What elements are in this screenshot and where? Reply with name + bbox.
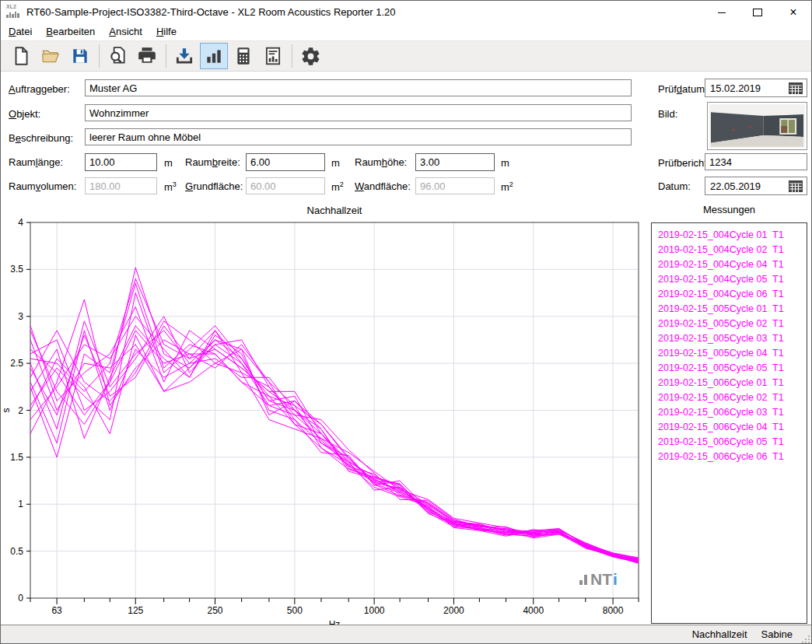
y-tick-label: 2 [18,405,23,416]
datum-calendar-button[interactable] [785,177,807,194]
auftraggeber-input[interactable] [85,79,632,96]
measurements-title: Messungen [651,204,807,215]
rt60-chart: 00.511.522.533.5463125250500100020004000… [1,203,651,628]
auftraggeber-label: Auftraggeber: [9,83,70,95]
raumbreite-label: Raumbreite: [185,156,240,168]
measurement-list-item[interactable]: 2019-02-15_005Cycle 04 T1 [652,345,807,360]
import-measurements-button[interactable] [170,43,198,69]
datum-label: Datum: [658,180,691,192]
measurement-list-item[interactable]: 2019-02-15_004Cycle 04 T1 [652,257,807,271]
raumhoehe-input[interactable] [415,153,495,171]
wandflaeche-unit: m2 [501,180,513,193]
menu-ansicht[interactable]: Ansicht [102,24,149,40]
measurement-list-item[interactable]: 2019-02-15_006Cycle 02 T1 [652,390,807,404]
measurement-list-item[interactable]: 2019-02-15_006Cycle 01 T1 [652,375,807,390]
close-icon: × [789,6,796,19]
close-button[interactable]: × [775,1,811,24]
maximize-button[interactable] [740,1,775,24]
print-preview-button[interactable] [103,43,131,69]
report-view-button[interactable] [259,43,287,69]
menu-bearbeiten[interactable]: Bearbeiten [39,24,102,40]
status-mode: Nachhallzeit [692,628,747,640]
measurement-name: 2019-02-15_006Cycle 01 [658,377,772,388]
menu-hilfe[interactable]: Hilfe [149,24,184,40]
new-document-button[interactable] [7,43,35,69]
measurement-list-item[interactable]: 2019-02-15_005Cycle 03 T1 [652,331,807,345]
measurement-name: 2019-02-15_006Cycle 03 [658,407,772,418]
objekt-input[interactable] [85,104,632,121]
bild-thumbnail[interactable] [707,102,807,150]
measurement-tag: T1 [772,392,784,403]
save-project-button[interactable] [66,43,94,69]
nti-logo: NTi [579,572,618,587]
chart-view-button[interactable] [200,43,228,69]
measurement-name: 2019-02-15_004Cycle 05 [658,274,772,285]
measurement-list-item[interactable]: 2019-02-15_005Cycle 02 T1 [652,316,807,331]
menu-datei[interactable]: Datei [2,24,39,40]
measurement-name: 2019-02-15_004Cycle 06 [658,289,772,299]
beschreibung-input[interactable] [85,128,632,145]
toolbar-separator [292,44,292,68]
measurement-tag: T1 [772,333,784,344]
wandflaeche-input [415,177,495,194]
raumlaenge-input[interactable] [85,153,157,171]
measurement-list-item[interactable]: 2019-02-15_004Cycle 05 T1 [652,271,807,286]
x-tick-label: 500 [287,605,303,616]
toolbar-separator [166,44,166,68]
open-project-button[interactable] [37,43,65,69]
measurement-name: 2019-02-15_004Cycle 01 [658,229,772,240]
measurement-list[interactable]: 2019-02-15_004Cycle 01 T1 2019-02-15_004… [651,222,807,624]
measurement-list-item[interactable]: 2019-02-15_004Cycle 01 T1 [652,227,807,242]
measurement-tag: T1 [772,289,784,299]
measurement-name: 2019-02-15_005Cycle 02 [658,318,772,329]
y-axis-label: s [1,408,12,413]
beschreibung-label: Beschreibung: [9,132,73,144]
room-photo [709,104,805,148]
calculator-icon [233,46,254,66]
measurement-list-item[interactable]: 2019-02-15_004Cycle 06 T1 [652,286,807,301]
y-tick-label: 3 [18,311,23,322]
print-button[interactable] [133,43,161,69]
pruefdatum-field[interactable]: 15.02.2019 [705,79,807,97]
pruefberichtnr-input[interactable] [705,153,807,170]
status-bar: Nachhallzeit Sabine [1,625,811,644]
series-line [30,278,639,562]
open-folder-icon [40,46,61,66]
pruefdatum-calendar-button[interactable] [785,79,807,96]
measurement-list-item[interactable]: 2019-02-15_006Cycle 03 T1 [652,404,807,419]
raumbreite-input[interactable] [246,153,325,171]
new-document-icon [11,46,31,66]
calendar-icon [789,180,803,192]
raumvolumen-input [85,177,157,194]
resize-grip-icon[interactable] [800,634,810,643]
measurement-list-item[interactable]: 2019-02-15_005Cycle 01 T1 [652,301,807,316]
x-tick-label: 125 [128,605,143,616]
bar-chart-icon [204,46,224,66]
minimize-button[interactable] [704,1,740,24]
grundflaeche-unit: m2 [331,180,344,193]
measurement-list-item[interactable]: 2019-02-15_004Cycle 02 T1 [652,242,807,257]
measurement-list-item[interactable]: 2019-02-15_006Cycle 04 T1 [652,419,807,434]
pruefdatum-value: 15.02.2019 [705,82,785,94]
measurement-name: 2019-02-15_006Cycle 06 [658,451,772,462]
series-line [30,268,639,560]
measurement-name: 2019-02-15_004Cycle 02 [658,244,772,255]
settings-button[interactable] [296,43,324,69]
gear-icon [300,46,321,67]
measurement-name: 2019-02-15_005Cycle 01 [658,303,772,314]
raumhoehe-label: Raumhöhe: [355,156,407,168]
measurement-list-item[interactable]: 2019-02-15_005Cycle 05 T1 [652,360,807,375]
measurement-tag: T1 [772,377,784,388]
measurement-list-item[interactable]: 2019-02-15_006Cycle 06 T1 [652,449,807,464]
chart-title: Nachhallzeit [307,205,362,216]
pruefdatum-label: Prüfdatum: [658,83,708,95]
measurement-name: 2019-02-15_005Cycle 03 [658,333,772,344]
calculator-button[interactable] [229,43,257,69]
print-preview-icon [107,46,128,66]
datum-field[interactable]: 22.05.2019 [705,177,807,195]
measurement-list-item[interactable]: 2019-02-15_006Cycle 05 T1 [652,434,807,449]
report-icon [263,46,283,66]
measurement-name: 2019-02-15_006Cycle 04 [658,422,772,432]
raumlaenge-label: Raumlänge: [9,156,63,168]
x-tick-label: 1000 [364,605,385,616]
